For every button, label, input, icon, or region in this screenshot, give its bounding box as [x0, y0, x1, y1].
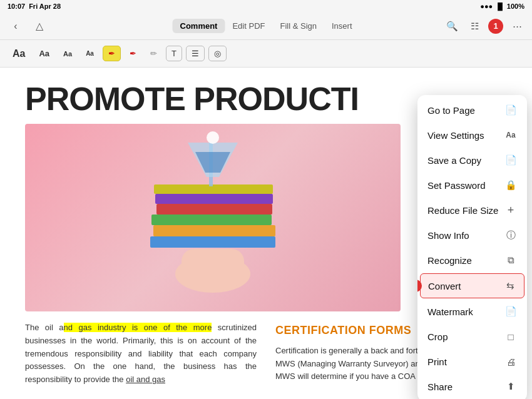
menu-item-go-to-page[interactable]: Go to Page 📄: [417, 98, 527, 123]
nav-tabs: Comment Edit PDF Fill & Sign Insert: [172, 19, 359, 33]
body-left: The oil and gas industry is one of the m…: [25, 321, 257, 386]
text-tool-xs[interactable]: Aa: [81, 48, 99, 59]
status-day: Fri Apr 28: [29, 3, 61, 10]
dropdown-menu: Go to Page 📄 View Settings Aa Save a Cop…: [417, 95, 527, 399]
menu-label-convert: Convert: [428, 281, 461, 291]
svg-rect-3: [156, 204, 272, 215]
search-button[interactable]: 🔍: [443, 18, 461, 35]
svg-rect-0: [150, 236, 275, 248]
menu-item-set-password[interactable]: Set Password 🔒: [417, 173, 527, 198]
wifi-icon: ●●●: [480, 3, 493, 10]
view-settings-icon: Aa: [504, 129, 517, 141]
crop-icon: □: [504, 330, 517, 343]
share-icon: ⬆: [504, 380, 517, 393]
svg-point-11: [207, 131, 219, 144]
tab-insert[interactable]: Insert: [324, 19, 360, 33]
tab-edit-pdf[interactable]: Edit PDF: [225, 19, 272, 33]
text-tool-mid[interactable]: Aa: [34, 46, 54, 61]
pdf-illustration: [25, 124, 401, 311]
menu-label-view-settings: View Settings: [427, 130, 484, 141]
menu-item-share[interactable]: Share ⬆: [417, 374, 527, 399]
nav-left: ‹ △: [6, 17, 49, 36]
svg-rect-5: [154, 184, 273, 194]
menu-label-show-info: Show Info: [427, 230, 469, 241]
underline-tool[interactable]: ✒: [125, 46, 141, 61]
menu-label-share: Share: [427, 381, 453, 392]
erase-tool[interactable]: ✏: [145, 46, 162, 61]
menu-item-show-info[interactable]: Show Info ⓘ: [417, 223, 527, 248]
convert-badge: 2: [417, 280, 422, 292]
menu-item-convert[interactable]: 2 Convert ⇆: [420, 273, 524, 298]
show-info-icon: ⓘ: [504, 229, 517, 241]
status-left: 10:07 Fri Apr 28: [8, 3, 61, 10]
menu-label-print: Print: [427, 356, 447, 367]
grid-button[interactable]: ☷: [466, 18, 483, 35]
svg-rect-4: [155, 194, 273, 204]
highlight-tool[interactable]: ✒: [103, 46, 121, 61]
menu-label-save-a-copy: Save a Copy: [427, 155, 481, 166]
menu-item-view-settings[interactable]: View Settings Aa: [417, 123, 527, 148]
stamp-tool[interactable]: ◎: [208, 46, 227, 61]
status-right: ●●● ▐▌ 100%: [480, 3, 524, 10]
tab-comment[interactable]: Comment: [172, 19, 225, 33]
print-icon: 🖨: [504, 355, 517, 368]
reduce-file-size-icon: +: [504, 204, 517, 216]
text-tool-large[interactable]: Aa: [8, 46, 30, 62]
go-to-page-icon: 📄: [504, 104, 517, 116]
convert-icon: ⇆: [504, 280, 516, 292]
svg-rect-7: [182, 249, 244, 286]
svg-marker-10: [195, 152, 230, 173]
menu-item-watermark[interactable]: Watermark 📄: [417, 299, 527, 324]
text-tool-small[interactable]: Aa: [58, 48, 77, 60]
nav-bar: ‹ △ Comment Edit PDF Fill & Sign Insert …: [0, 13, 532, 40]
menu-item-save-a-copy[interactable]: Save a Copy 📄: [417, 148, 527, 173]
menu-label-watermark: Watermark: [427, 306, 473, 317]
svg-rect-2: [151, 215, 272, 225]
menu-label-recognize: Recognize: [427, 255, 472, 266]
save-a-copy-icon: 📄: [504, 154, 517, 166]
body-text-start: The oil a: [25, 323, 64, 332]
more-button[interactable]: ⋯: [508, 18, 526, 35]
menu-label-go-to-page: Go to Page: [427, 105, 475, 116]
recognize-icon: ⧉: [504, 254, 517, 266]
menu-badge[interactable]: 1: [488, 19, 503, 34]
svg-rect-1: [153, 225, 275, 236]
watermark-icon: 📄: [504, 305, 517, 318]
menu-label-reduce-file-size: Reduce File Size: [427, 205, 498, 216]
highlighted-text: nd gas industry is one of the more: [64, 323, 212, 332]
menu-item-reduce-file-size[interactable]: Reduce File Size +: [417, 198, 527, 223]
note-tool[interactable]: ☰: [186, 46, 205, 61]
status-time: 10:07: [8, 3, 25, 10]
pdf-image: [25, 124, 401, 311]
home-button[interactable]: △: [30, 17, 49, 36]
menu-item-crop[interactable]: Crop □: [417, 324, 527, 349]
content-area: PROMOTE PRODUCTI: [0, 68, 532, 399]
status-bar: 10:07 Fri Apr 28 ●●● ▐▌ 100%: [0, 0, 532, 13]
toolbar: Aa Aa Aa Aa ✒ ✒ ✏ T ☰ ◎: [0, 40, 532, 68]
menu-item-recognize[interactable]: Recognize ⧉: [417, 248, 527, 273]
battery-icon: ▐▌ 100%: [495, 3, 524, 10]
back-button[interactable]: ‹: [6, 17, 25, 36]
menu-label-set-password: Set Password: [427, 180, 486, 191]
tab-fill-sign[interactable]: Fill & Sign: [272, 19, 324, 33]
menu-item-print[interactable]: Print 🖨: [417, 349, 527, 374]
nav-right: 🔍 ☷ 1 ⋯: [443, 18, 526, 35]
set-password-icon: 🔒: [504, 179, 517, 191]
textbox-tool[interactable]: T: [166, 46, 182, 61]
menu-label-crop: Crop: [427, 331, 448, 342]
